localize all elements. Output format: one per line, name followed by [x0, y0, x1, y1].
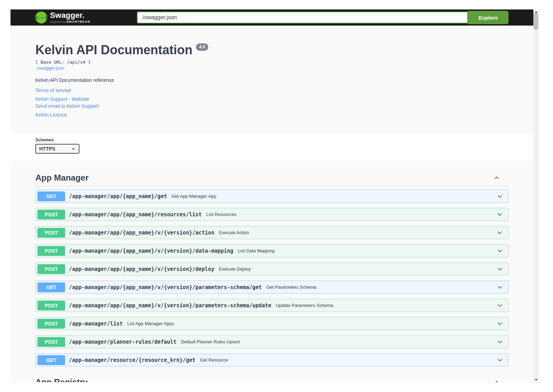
swagger-logo-icon: {···}: [35, 12, 47, 23]
operation-path: /app-manager/planner-rules/default: [69, 339, 176, 345]
section-title: App Manager: [35, 173, 89, 183]
braces-icon: {···}: [35, 15, 47, 20]
chevron-down-icon: [496, 266, 503, 273]
method-badge: POST: [37, 228, 65, 238]
operation-row[interactable]: GET /app-manager/app/{app_name}/get Get …: [35, 190, 509, 203]
operation-row[interactable]: POST /app-manager/app/{app_name}/v/{vers…: [35, 226, 509, 239]
operation-row[interactable]: POST /app-manager/app/{app_name}/resourc…: [35, 208, 509, 221]
method-badge: POST: [37, 264, 65, 274]
licence-link[interactable]: Kelvin Licence: [35, 112, 509, 118]
operation-row[interactable]: POST /app-manager/planner-rules/default …: [35, 335, 509, 348]
info-section: Kelvin API Documentation4.0 [ Base URL: …: [10, 26, 533, 133]
api-description: Kelvin API Documentation reference: [35, 77, 509, 83]
chevron-down-icon: [496, 211, 503, 218]
method-badge: GET: [37, 191, 65, 201]
topbar: {···} Swagger. Supported bySMARTBEAR Exp…: [10, 9, 533, 26]
scrollbar-thumb[interactable]: [534, 13, 538, 30]
operation-summary: List Resources: [206, 212, 236, 217]
api-tag-section: App Manager GET /app-manager/app/{app_na…: [35, 171, 509, 375]
operation-row[interactable]: GET /app-manager/app/{app_name}/v/{versi…: [35, 281, 509, 294]
explore-form: Explore: [137, 11, 509, 24]
method-badge: POST: [37, 319, 65, 329]
operation-summary: Get App Manager App: [172, 194, 216, 199]
swagger-logo: {···} Swagger. Supported bySMARTBEAR: [35, 12, 137, 23]
version-badge: 4.0: [196, 43, 208, 51]
scroll-down-button[interactable]: [533, 378, 539, 382]
operation-summary: Get Parameters Schema: [266, 285, 316, 290]
operation-row[interactable]: GET /app-manager/resource/{resource_krn}…: [35, 354, 509, 366]
chevron-up-icon: [493, 379, 500, 382]
expand-operation-button[interactable]: [496, 211, 503, 218]
operation-row[interactable]: POST /app-manager/list List App Manager …: [35, 317, 509, 330]
api-sections: App Manager GET /app-manager/app/{app_na…: [35, 171, 509, 382]
method-badge: POST: [37, 337, 65, 347]
main-section: App Manager GET /app-manager/app/{app_na…: [10, 161, 533, 382]
explore-button[interactable]: Explore: [468, 11, 509, 24]
operation-row[interactable]: POST /app-manager/app/{app_name}/v/{vers…: [35, 299, 509, 312]
collapse-section-button[interactable]: [493, 174, 500, 181]
collapse-section-button[interactable]: [493, 379, 500, 382]
method-badge: POST: [37, 301, 65, 310]
method-badge: POST: [37, 246, 65, 256]
api-tag-section: App Registry: [35, 375, 509, 382]
triangle-up-icon: [535, 11, 538, 13]
operation-path: /app-manager/resource/{resource_krn}/get: [69, 357, 195, 363]
terms-of-service-link[interactable]: Terms of service: [35, 88, 509, 94]
section-operations: GET /app-manager/app/{app_name}/get Get …: [35, 190, 509, 375]
chevron-down-icon: [496, 302, 503, 309]
schemes-selected-value: HTTPS: [39, 146, 55, 152]
operation-path: /app-manager/app/{app_name}/v/{version}/…: [69, 266, 214, 272]
expand-operation-button[interactable]: [496, 229, 503, 236]
operation-summary: Update Parameters Schema: [276, 303, 333, 308]
triangle-down-icon: [535, 379, 538, 381]
operation-path: /app-manager/list: [69, 321, 123, 327]
expand-operation-button[interactable]: [496, 320, 503, 327]
logo-subtitle: Supported bySMARTBEAR: [50, 20, 90, 23]
expand-operation-button[interactable]: [496, 284, 503, 291]
operation-row[interactable]: POST /app-manager/app/{app_name}/v/{vers…: [35, 244, 509, 257]
expand-operation-button[interactable]: [496, 266, 503, 273]
chevron-down-icon: [496, 320, 503, 327]
operation-row[interactable]: POST /app-manager/app/{app_name}/v/{vers…: [35, 262, 509, 275]
chevron-down-icon: [496, 284, 503, 291]
vertical-scrollbar[interactable]: [533, 9, 539, 382]
expand-operation-button[interactable]: [496, 338, 503, 345]
spec-url-input[interactable]: [137, 12, 468, 23]
expand-operation-button[interactable]: [496, 193, 503, 200]
chevron-down-icon: [71, 147, 76, 151]
operation-summary: Default Planner Rules Upsert: [181, 339, 240, 344]
operation-path: /app-manager/app/{app_name}/resources/li…: [69, 211, 202, 218]
logo-title: Swagger.: [50, 12, 90, 19]
section-title: App Registry: [35, 377, 88, 382]
expand-operation-button[interactable]: [496, 247, 503, 254]
chevron-down-icon: [496, 193, 503, 200]
method-badge: POST: [37, 210, 65, 219]
scheme-container: Schemes HTTPS: [10, 133, 533, 161]
spec-json-link[interactable]: ./swagger.json: [35, 65, 64, 71]
operation-summary: Execute Deploy: [219, 266, 251, 272]
operation-path: /app-manager/app/{app_name}/v/{version}/…: [69, 302, 271, 309]
schemes-select[interactable]: HTTPS: [35, 144, 79, 154]
schemes-label: Schemes: [35, 138, 509, 142]
chevron-down-icon: [496, 338, 503, 345]
expand-operation-button[interactable]: [496, 357, 503, 364]
expand-operation-button[interactable]: [496, 302, 503, 309]
chevron-down-icon: [496, 357, 503, 364]
chevron-down-icon: [496, 247, 503, 254]
operation-path: /app-manager/app/{app_name}/v/{version}/…: [69, 230, 214, 236]
operation-summary: Execute Action: [219, 230, 249, 235]
operation-path: /app-manager/app/{app_name}/v/{version}/…: [69, 284, 262, 290]
swagger-page: {···} Swagger. Supported bySMARTBEAR Exp…: [10, 9, 533, 382]
operation-summary: List App Manager Apps: [127, 321, 174, 326]
tag-header[interactable]: App Registry: [35, 375, 509, 382]
chevron-up-icon: [493, 174, 500, 181]
operation-path: /app-manager/app/{app_name}/v/{version}/…: [69, 248, 233, 254]
tag-header[interactable]: App Manager: [35, 171, 509, 186]
chevron-down-icon: [496, 229, 503, 236]
method-badge: GET: [37, 355, 65, 365]
browser-viewport: {···} Swagger. Supported bySMARTBEAR Exp…: [10, 9, 539, 382]
page-title: Kelvin API Documentation4.0: [35, 42, 509, 57]
support-email-link[interactable]: Send email to Kelvin Support: [35, 103, 509, 110]
support-website-link[interactable]: Kelvin Support - Website: [35, 96, 509, 103]
base-url: [ Base URL: /api/v4 ]: [35, 59, 509, 65]
